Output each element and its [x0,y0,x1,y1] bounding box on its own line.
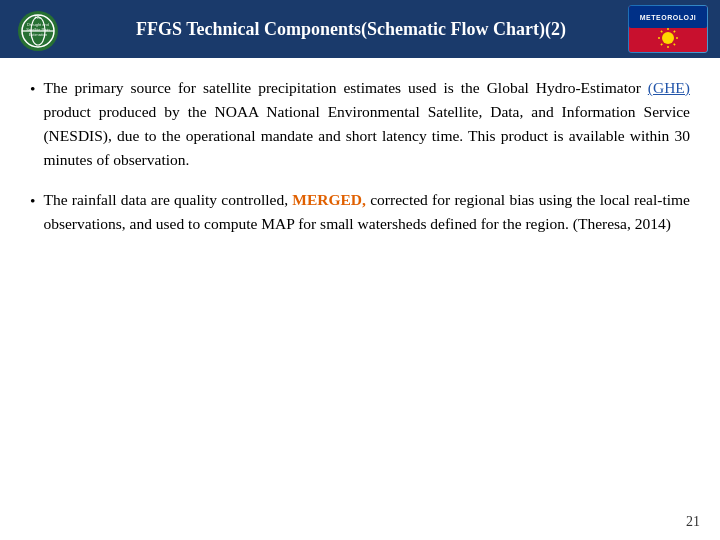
ghe-link: (GHE) [648,79,690,96]
bullet-text-2: The rainfall data are quality controlled… [43,188,690,236]
bullet-dot-1: • [30,77,35,101]
page-number: 21 [686,514,700,530]
logo-left: RC Drought and Satellite Rain Estimation [12,5,64,53]
bullet-item-1: • The primary source for satellite preci… [30,76,690,172]
main-content: • The primary source for satellite preci… [0,58,720,262]
svg-line-17 [674,44,675,45]
svg-line-16 [661,31,662,32]
logo-right: METEOROLOJI [628,5,708,53]
header-title: FFGS Technical Components(Schematic Flow… [74,19,628,40]
svg-text:METEOROLOJI: METEOROLOJI [640,14,696,21]
svg-text:RC: RC [34,14,42,20]
bullet-text-1: The primary source for satellite precipi… [43,76,690,172]
svg-text:Estimation: Estimation [29,32,48,37]
svg-point-11 [662,32,674,44]
merged-text: MERGED, [292,191,366,208]
svg-line-18 [674,31,675,32]
svg-line-19 [661,44,662,45]
header: RC Drought and Satellite Rain Estimation… [0,0,720,58]
bullet-dot-2: • [30,189,35,213]
bullet-item-2: • The rainfall data are quality controll… [30,188,690,236]
